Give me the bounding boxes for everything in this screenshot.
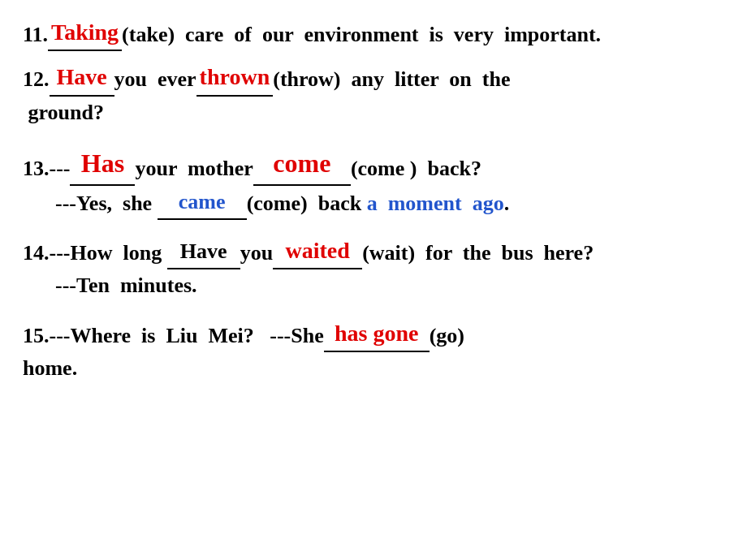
sentence-15-blank1: has gone bbox=[324, 316, 430, 352]
sentence-14-blank1: Have bbox=[167, 235, 240, 269]
sentence-14-number: 14.---How long bbox=[23, 241, 167, 265]
sentence-12-mid2: (throw) any litter on the bbox=[273, 67, 510, 91]
sentence-14-reply: ---Ten minutes. bbox=[23, 274, 197, 297]
sentence-14-text: 14.---How long Haveyouwaited(wait) for t… bbox=[23, 241, 594, 265]
sentence-12-text: 12.Haveyou everthrown(throw) any litter … bbox=[23, 67, 510, 91]
sentence-11-blank1: Taking bbox=[48, 15, 122, 51]
sentence-15-number: 15.---Where is Liu Mei? ---She bbox=[23, 324, 324, 347]
sentence-14-mid1: you bbox=[240, 241, 273, 265]
sentence-13-mid1: your mother bbox=[135, 157, 253, 180]
sentence-14-blank2: waited bbox=[273, 233, 362, 269]
sentence-13-blank1: Has bbox=[70, 144, 135, 186]
sentence-12-line2: ground? bbox=[23, 101, 104, 124]
sentence-15-line2: home. bbox=[23, 356, 77, 380]
content-area: 11.Taking(take) care of our environment … bbox=[23, 15, 724, 385]
sentence-11-text: 11.Taking(take) care of our environment … bbox=[23, 23, 601, 46]
sentence-13-blank3: came bbox=[158, 186, 247, 220]
sentence-14-mid2: (wait) for the bus here? bbox=[362, 241, 594, 265]
sentence-13-number: 13.--- bbox=[23, 157, 70, 180]
sentence-12-mid1: you ever bbox=[114, 67, 196, 91]
sentence-13-mid2: (come ) back? bbox=[351, 157, 481, 180]
sentence-15: 15.---Where is Liu Mei? ---Shehas gone(g… bbox=[23, 316, 724, 386]
sentence-12-number: 12. bbox=[23, 67, 50, 91]
sentence-15-mid1: (go) bbox=[430, 324, 464, 347]
sentence-13-text: 13.---Hasyour mothercome(come ) back? bbox=[23, 157, 481, 180]
sentence-12-blank1: Have bbox=[50, 59, 114, 96]
sentence-15-text: 15.---Where is Liu Mei? ---Shehas gone(g… bbox=[23, 324, 464, 347]
sentence-12-blank2: thrown bbox=[196, 59, 274, 96]
sentence-11: 11.Taking(take) care of our environment … bbox=[23, 15, 724, 51]
sentence-13-blank2: come bbox=[253, 144, 351, 186]
sentence-13: 13.---Hasyour mothercome(come ) back? --… bbox=[23, 144, 724, 220]
sentence-11-mid1: (take) care of our environment is very i… bbox=[122, 23, 601, 46]
sentence-13-reply: ---Yes, she came(come) back a moment ago… bbox=[23, 192, 509, 215]
sentence-12: 12.Haveyou everthrown(throw) any litter … bbox=[23, 59, 724, 129]
sentence-11-number: 11. bbox=[23, 23, 48, 46]
sentence-14: 14.---How long Haveyouwaited(wait) for t… bbox=[23, 233, 724, 303]
